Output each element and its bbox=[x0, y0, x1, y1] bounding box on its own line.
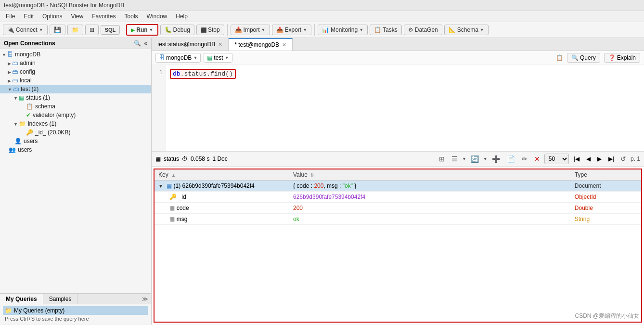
tree-item-mongodb[interactable]: 🗄 mongoDB bbox=[0, 50, 151, 59]
tab-samples[interactable]: Samples bbox=[43, 294, 78, 304]
local-icon: 🗃 bbox=[12, 77, 18, 84]
doc-expand-arrow[interactable]: ▼ bbox=[158, 183, 163, 189]
my-queries-empty-item[interactable]: 📁 My Queries (empty) bbox=[3, 306, 148, 315]
code-db: db bbox=[173, 70, 180, 78]
tree-item-id-index[interactable]: 🔑 _id_ (20.0KB) bbox=[0, 128, 151, 137]
last-page-btn[interactable]: ▶| bbox=[605, 154, 617, 164]
code-editor: 1 db.status.find() bbox=[152, 65, 644, 152]
menu-help[interactable]: Help bbox=[172, 12, 192, 21]
tree-item-indexes[interactable]: 📁 indexes (1) bbox=[0, 119, 151, 128]
tasks-button[interactable]: 📋 Tasks bbox=[370, 25, 402, 35]
save-button[interactable]: 💾 bbox=[50, 25, 65, 35]
menu-tools[interactable]: Tools bbox=[121, 12, 142, 21]
db-selector-label: mongoDB bbox=[166, 54, 192, 61]
open-button[interactable]: 📁 bbox=[67, 25, 83, 35]
add-doc-btn[interactable]: ➕ bbox=[489, 154, 502, 164]
run-button[interactable]: ▶ Run ▼ bbox=[126, 24, 158, 36]
menu-edit[interactable]: Edit bbox=[20, 12, 38, 21]
collection-selector[interactable]: ▦ test ▼ bbox=[204, 53, 232, 63]
sql-button[interactable]: SQL bbox=[101, 25, 120, 35]
tab-status[interactable]: test:status@mongoDB ✕ bbox=[152, 38, 229, 51]
tab-status-close[interactable]: ✕ bbox=[218, 41, 222, 48]
stop-button[interactable]: ⬛ Stop bbox=[196, 25, 224, 35]
query-button[interactable]: 🔍 Query bbox=[567, 53, 600, 63]
results-info: ▦ status ⏱ 0.058 s 1 Doc bbox=[155, 156, 228, 162]
delete-doc-btn[interactable]: ✕ bbox=[532, 154, 542, 164]
tab-test-mongodb[interactable]: * test@mongoDB ✕ bbox=[229, 38, 293, 51]
tree-item-schema[interactable]: 📋 schema bbox=[0, 102, 151, 111]
config-arrow bbox=[8, 69, 11, 75]
line-number-1: 1 bbox=[155, 69, 163, 76]
search-icon[interactable]: 🔍 bbox=[134, 40, 141, 47]
tab-my-queries[interactable]: My Queries bbox=[0, 294, 43, 304]
copy-icon[interactable]: 📋 bbox=[556, 54, 563, 61]
tree-item-validator[interactable]: ✔ validator (empty) bbox=[0, 111, 151, 119]
table-row-doc[interactable]: ▼ ▦ (1) 626b9d390fafe75394b042f4 { code … bbox=[155, 181, 641, 192]
view-dropdown[interactable]: ▼ bbox=[462, 156, 466, 161]
datagen-button[interactable]: ⚙ DataGen bbox=[404, 25, 442, 35]
doc-icon: ▦ bbox=[167, 182, 172, 189]
view-list-btn[interactable]: ☰ bbox=[449, 154, 460, 164]
msg-key-cell: ▦ msg bbox=[155, 214, 289, 225]
collection-name: status bbox=[164, 156, 179, 162]
schema-button[interactable]: 📐 Schema ▼ bbox=[444, 25, 489, 35]
query-toolbar: 🗄 mongoDB ▼ ▦ test ▼ 📋 🔍 Query ❓ Explain bbox=[152, 51, 644, 65]
code-content[interactable]: db.status.find() bbox=[166, 65, 644, 151]
menu-favorites[interactable]: Favorites bbox=[88, 12, 119, 21]
code-method: .status.find() bbox=[180, 70, 233, 78]
explain-button[interactable]: ❓ Explain bbox=[604, 53, 640, 63]
tree-item-test[interactable]: 🗃 test (2) bbox=[0, 85, 151, 93]
tab-test-close[interactable]: ✕ bbox=[282, 42, 286, 48]
edit-doc-btn[interactable]: ✏ bbox=[519, 154, 530, 164]
id-key-cell: 🔑 _id bbox=[155, 192, 289, 203]
menu-view[interactable]: View bbox=[67, 12, 87, 21]
export-button[interactable]: 📤 Export ▼ bbox=[272, 25, 312, 35]
table-row-id[interactable]: 🔑 _id 626b9d390fafe75394b042f4 ObjectId bbox=[155, 192, 641, 203]
connect-button[interactable]: 🔌 Connect ▼ bbox=[3, 25, 48, 35]
tree-item-config[interactable]: 🗃 config bbox=[0, 67, 151, 76]
sidebar-collapse-arrow[interactable]: ≫ bbox=[139, 294, 151, 304]
tab-test-label: * test@mongoDB bbox=[234, 41, 279, 48]
sidebar-header: Open Connections 🔍 « bbox=[0, 38, 151, 49]
db-selector[interactable]: 🗄 mongoDB ▼ bbox=[155, 53, 201, 63]
test-label: test (2) bbox=[21, 86, 39, 92]
refresh-results-btn[interactable]: 🔄 bbox=[468, 154, 481, 164]
col-header-value[interactable]: Value ⇅ bbox=[289, 169, 571, 181]
menu-options[interactable]: Options bbox=[39, 12, 66, 21]
menu-window[interactable]: Window bbox=[143, 12, 171, 21]
collapse-icon[interactable]: « bbox=[144, 40, 147, 47]
col-header-key[interactable]: Key ▲ bbox=[155, 169, 289, 181]
import-button[interactable]: 📥 Import ▼ bbox=[231, 25, 270, 35]
view-toggle-btn[interactable]: ⊞ bbox=[437, 154, 447, 164]
col-header-type[interactable]: Type bbox=[571, 169, 641, 181]
folder-icon: 📁 bbox=[5, 307, 12, 314]
refresh-page-btn[interactable]: ↺ bbox=[618, 154, 629, 164]
copy-doc-btn[interactable]: 📄 bbox=[504, 154, 517, 164]
table-row-code[interactable]: ▦ code 200 Double bbox=[155, 203, 641, 214]
stop-icon: ⬛ bbox=[201, 27, 206, 33]
doc-key-cell: ▼ ▦ (1) 626b9d390fafe75394b042f4 bbox=[155, 181, 289, 192]
tree-item-users-db[interactable]: 👤 users bbox=[0, 137, 151, 145]
table-icon: ▦ bbox=[155, 156, 161, 162]
grid-button[interactable]: ⊞ bbox=[85, 25, 99, 35]
connect-dropdown-arrow: ▼ bbox=[39, 27, 43, 32]
code-value-text: 200 bbox=[293, 205, 303, 211]
tree-item-status[interactable]: ▦ status (1) bbox=[0, 93, 151, 102]
indexes-icon: 📁 bbox=[19, 120, 26, 127]
tree-item-users-root[interactable]: 👥 users bbox=[0, 145, 151, 154]
tree-item-admin[interactable]: 🗃 admin bbox=[0, 59, 151, 67]
tree-item-local[interactable]: 🗃 local bbox=[0, 76, 151, 85]
idindex-label: _id_ (20.0KB) bbox=[35, 129, 70, 136]
monitoring-button[interactable]: 📊 Monitoring ▼ bbox=[318, 25, 368, 35]
explain-icon: ❓ bbox=[608, 54, 616, 61]
next-page-btn[interactable]: ▶ bbox=[594, 154, 605, 164]
menu-file[interactable]: File bbox=[2, 12, 19, 21]
schema-icon: 📐 bbox=[449, 26, 456, 33]
debug-button[interactable]: 🐛 Debug bbox=[160, 25, 194, 35]
first-page-btn[interactable]: |◀ bbox=[571, 154, 582, 164]
table-row-msg[interactable]: ▦ msg ok String bbox=[155, 214, 641, 225]
page-size-select[interactable]: 50 100 200 bbox=[544, 154, 569, 164]
import-dropdown-arrow: ▼ bbox=[261, 27, 266, 32]
refresh-dropdown[interactable]: ▼ bbox=[483, 156, 488, 161]
prev-page-btn[interactable]: ◀ bbox=[583, 154, 593, 164]
